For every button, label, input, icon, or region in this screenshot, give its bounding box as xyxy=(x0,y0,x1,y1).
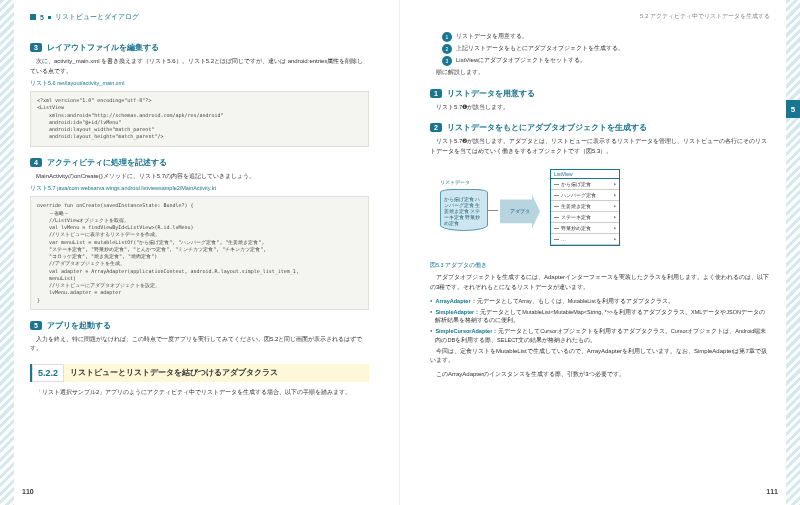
bullet-item: SimpleCursorAdapter：元データとしてCursorオブジェクトを… xyxy=(430,327,770,344)
body-text: リスト5.7❷が該当します。アダプタとは、リストビューに表示するリストデータを管… xyxy=(430,137,770,156)
table-row: 野菜炒め定食 xyxy=(551,223,619,234)
step-5-heading: 5 アプリを起動する xyxy=(30,320,369,331)
figure-caption: 図5.3 アダプタの働き xyxy=(430,262,770,269)
list-item: ListViewにアダプタオブジェクトをセットする。 xyxy=(456,56,586,66)
ordered-list: 1リストデータを用意する。 2上記リストデータをもとにアダプタオブジェクトを生成… xyxy=(442,32,770,66)
chapter-tab: 5 xyxy=(786,100,800,118)
cylinder-icon: から揚げ定食 ハンバーグ定食 生姜焼き定食 ステーキ定食 野菜炒め定食 xyxy=(440,189,488,231)
listview-box: ListView から揚げ定食 ハンバーグ定食 生姜焼き定食 ステーキ定食 野菜… xyxy=(550,169,620,246)
step-3-heading: 3 レイアウトファイルを編集する xyxy=(30,42,369,53)
bullet-item: ArrayAdapter：元データとしてArray、もしくは、MutableLi… xyxy=(430,297,770,305)
code-block-56: <?xml version="1.0" encoding="utf-8"?> <… xyxy=(30,91,369,147)
step-4-heading: 4 アクティビティに処理を記述する xyxy=(30,157,369,168)
section-heading: 5.2.2 リストビューとリストデータを結びつけるアダプタクラス xyxy=(30,364,369,382)
code-block-57: override fun onCreate(savedInstanceState… xyxy=(30,196,369,310)
figure-5-3: リストデータ から揚げ定食 ハンバーグ定食 生姜焼き定食 ステーキ定食 野菜炒め… xyxy=(430,164,770,254)
chapter-number: 5 xyxy=(40,14,44,21)
table-row: ステーキ定食 xyxy=(551,212,619,223)
listing-caption: リスト5.6 res/layout/activity_main.xml xyxy=(30,80,369,87)
body-text: MainActivityのonCreate()メソッドに、リスト5.7の内容を追… xyxy=(30,172,369,182)
body-text: リスト5.7❶が該当します。 xyxy=(430,103,770,113)
page-right: 5.2 アクティビティ中でリストデータを生成する 5 1リストデータを用意する。… xyxy=(400,0,800,505)
step-1-heading: 1 リストデータを用意する xyxy=(430,88,770,99)
table-row: 生姜焼き定食 xyxy=(551,201,619,212)
step-2-heading: 2 リストデータをもとにアダプタオブジェクトを生成する xyxy=(430,122,770,133)
running-head-left: 5 リストビューとダイアログ xyxy=(30,12,139,22)
page-number: 111 xyxy=(766,488,778,495)
body-text: このArrayAdapterのインスタンスを生成する際、引数が3つ必要です。 xyxy=(430,370,770,380)
body-text: アダプタオブジェクトを生成するには、Adapterインターフェースを実装したクラ… xyxy=(430,273,770,292)
table-row: ハンバーグ定食 xyxy=(551,190,619,201)
listing-caption: リスト5.7 java/com.websarva.wings.android.l… xyxy=(30,185,369,192)
body-text: 入力を終え、特に問題がなければ、この時点で一度アプリを実行してみてください。図5… xyxy=(30,335,369,354)
table-row: から揚げ定食 xyxy=(551,179,619,190)
page-number: 110 xyxy=(22,488,34,495)
body-text: 順に解説します。 xyxy=(430,68,770,78)
list-item: 上記リストデータをもとにアダプタオブジェクトを生成する。 xyxy=(456,44,624,54)
body-text: 今回は、定食リストをMutableListで生成しているので、ArrayAdap… xyxy=(430,347,770,366)
body-text: 次に、activity_main.xml を書き換えます（リスト5.6）。リスト… xyxy=(30,57,369,76)
bullet-item: SimpleAdapter：元データとしてMutableList<Mutable… xyxy=(430,308,770,325)
running-head-right: 5.2 アクティビティ中でリストデータを生成する xyxy=(640,12,770,21)
table-row: … xyxy=(551,234,619,245)
adapter-box: アダプタ xyxy=(500,194,540,228)
chapter-title: リストビューとダイアログ xyxy=(55,12,139,22)
list-item: リストデータを用意する。 xyxy=(456,32,528,42)
body-text: 「リスト選択サンプル2」アプリのようにアクティビティ中でリストデータを生成する場… xyxy=(30,388,369,398)
page-left: 5 リストビューとダイアログ 3 レイアウトファイルを編集する 次に、activ… xyxy=(0,0,400,505)
